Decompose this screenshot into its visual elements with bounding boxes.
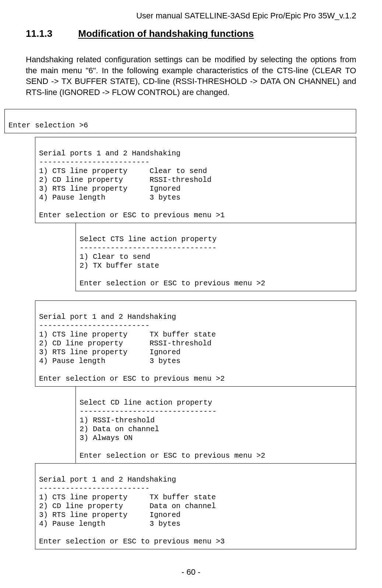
section-heading: 11.1.3 Modification of handshaking funct… [2, 28, 356, 39]
intro-paragraph: Handshaking related configuration settin… [26, 54, 356, 98]
terminal-box-handshaking-menu-2: Serial port 1 and 2 Handshaking --------… [35, 300, 356, 387]
terminal-box-cts-submenu: Select CTS line action property --------… [76, 223, 356, 291]
terminal-box-cd-submenu: Select CD line action property ---------… [76, 386, 356, 464]
terminal-box-handshaking-menu-3: Serial port 1 and 2 Handshaking --------… [35, 463, 356, 549]
page-footer: - 60 - [0, 567, 382, 577]
section-title: Modification of handshaking functions [78, 28, 254, 39]
terminal-box-handshaking-menu-1: Serial ports 1 and 2 Handshaking -------… [35, 137, 356, 223]
section-number: 11.1.3 [26, 28, 52, 39]
terminal-box-enter-selection: Enter selection >6 [4, 109, 356, 133]
page-header: User manual SATELLINE-3ASd Epic Pro/Epic… [26, 11, 356, 21]
terminal-sequence: Enter selection >6 Serial ports 1 and 2 … [2, 109, 356, 549]
page-container: User manual SATELLINE-3ASd Epic Pro/Epic… [0, 0, 382, 588]
